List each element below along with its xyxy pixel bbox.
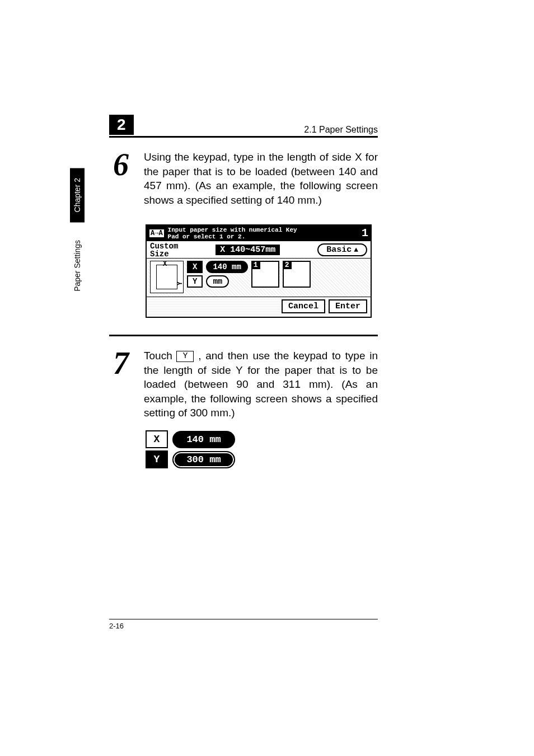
paper-diagram-icon: X Y	[150, 261, 184, 293]
section-title: 2.1 Paper Settings	[304, 125, 378, 135]
lcd-prompt: Input paper size with numerical Key Pad …	[168, 227, 297, 240]
step-7-text: Touch Y , and then use the keypad to typ…	[144, 349, 378, 421]
x-value-display: 140 mm	[206, 261, 247, 273]
paper-y-marker: Y	[176, 281, 184, 285]
cancel-button[interactable]: Cancel	[282, 299, 325, 313]
panel-y-value: 300 mm	[172, 451, 235, 468]
basic-button-label: Basic	[326, 245, 352, 255]
x-range-label: X 140~457mm	[216, 245, 280, 255]
panel-x-key[interactable]: X	[146, 430, 168, 448]
memory-slot-1-label: 1	[251, 261, 260, 269]
page-footer: 2-16	[109, 619, 378, 630]
memory-slot-2[interactable]: 2	[283, 261, 311, 288]
xy-panel-screenshot: X 140 mm Y 300 mm	[146, 430, 241, 468]
panel-y-key[interactable]: Y	[146, 450, 168, 468]
step-6-number: 6	[109, 150, 133, 180]
basic-button[interactable]: Basic ▲	[317, 243, 367, 256]
lcd-screenshot: A→A Input paper size with numerical Key …	[146, 224, 372, 318]
memory-slot-2-label: 2	[283, 261, 292, 269]
y-key-inline: Y	[176, 351, 194, 362]
side-tab-chapter: Chapter 2	[70, 168, 85, 222]
lcd-index: 1	[362, 227, 368, 240]
step-6-text: Using the keypad, type in the length of …	[144, 150, 378, 208]
side-tab-section: Paper Settings	[70, 230, 85, 302]
memory-slot-1[interactable]: 1	[251, 261, 279, 288]
arrow-up-icon: ▲	[354, 246, 358, 254]
y-value-display: mm	[206, 275, 229, 288]
step-7: 7 Touch Y , and then use the keypad to t…	[109, 349, 378, 421]
chapter-badge: 2	[109, 115, 134, 135]
x-key[interactable]: X	[187, 261, 203, 273]
custom-size-label: Custom Size	[150, 242, 178, 258]
enter-button[interactable]: Enter	[329, 299, 367, 313]
side-tabs: Chapter 2 Paper Settings	[70, 168, 85, 302]
y-key[interactable]: Y	[187, 275, 203, 288]
page-number: 2-16	[109, 622, 124, 630]
page-header: 2 2.1 Paper Settings	[109, 115, 378, 138]
paper-x-marker: X	[163, 260, 167, 268]
step-7-number: 7	[109, 349, 133, 378]
step-6: 6 Using the keypad, type in the length o…	[109, 150, 378, 208]
step-divider	[109, 335, 378, 336]
copy-mode-icon: A→A	[149, 229, 165, 238]
panel-x-value: 140 mm	[172, 431, 235, 448]
